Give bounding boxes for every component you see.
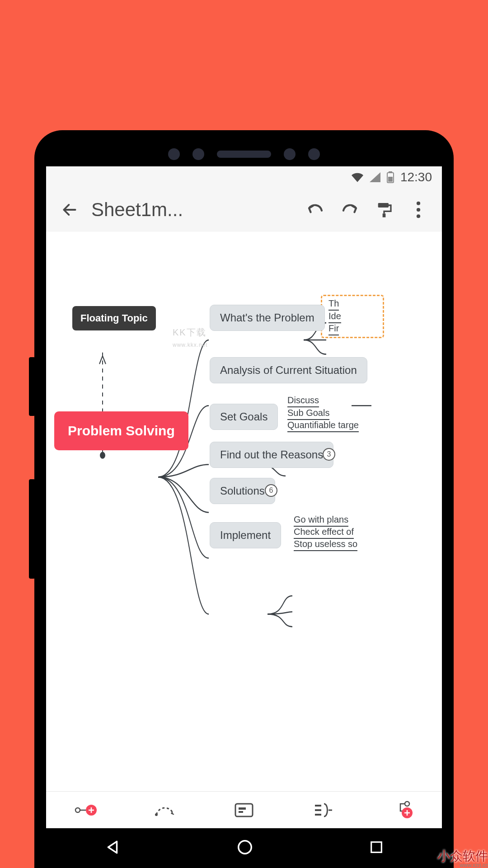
add-summary-button[interactable] [310,797,337,824]
svg-point-5 [417,201,420,205]
back-button[interactable] [57,197,82,222]
cell-signal-icon [370,172,380,182]
root-node[interactable]: Problem Solving [54,411,188,450]
site-watermark: 小众软件 www.xzrj.cc [437,850,488,868]
redo-icon [340,200,359,219]
more-vert-icon [416,201,421,218]
svg-rect-22 [371,842,382,853]
redo-button[interactable] [337,197,362,222]
bottom-toolbar [46,791,442,828]
leaf-node[interactable]: Ide [328,311,341,323]
triangle-back-icon [104,839,121,856]
status-time: 12:30 [400,170,432,184]
leaf-node[interactable]: Fir [328,323,339,335]
phone-side-button [29,479,35,579]
leaf-node[interactable]: Stop useless so [294,539,357,551]
child-count-badge[interactable]: 6 [265,484,277,497]
page-title: Sheet1m... [91,199,294,221]
floating-topic-node[interactable]: Floating Topic [72,306,156,330]
phone-frame: 12:30 Sheet1m... [35,131,453,868]
leaf-node[interactable]: Th [328,298,339,311]
svg-point-9 [75,808,80,812]
undo-button[interactable] [303,197,328,222]
svg-point-21 [239,841,252,854]
site-watermark-text: 小众软件 [437,849,488,863]
branch-node[interactable]: What's the Problem [210,305,325,331]
watermark-text: KK下载 [173,327,206,337]
nav-home-button[interactable] [236,839,253,858]
leaf-node[interactable]: Sub Goals [287,408,329,420]
add-topic-button[interactable] [72,797,99,824]
undo-icon [306,200,325,219]
branch-node[interactable]: Analysis of Current Situation [210,357,367,383]
leaf-node[interactable]: Go with plans [294,514,348,527]
note-icon [234,802,254,818]
add-subtopic-button[interactable] [389,797,416,824]
add-relationship-button[interactable] [151,797,178,824]
style-button[interactable] [371,197,397,222]
svg-rect-2 [388,177,393,182]
phone-sensors [35,147,453,161]
svg-point-7 [417,214,420,218]
svg-rect-13 [235,804,253,816]
svg-rect-3 [378,203,389,208]
leaf-node[interactable]: Check effect of [294,527,354,539]
more-button[interactable] [406,197,431,222]
mindmap-canvas[interactable]: Floating Topic Problem Solving What's th… [46,231,442,791]
android-nav-bar [46,828,442,868]
paint-roller-icon [375,201,393,219]
branch-node[interactable]: Set Goals [210,404,278,430]
arrow-left-icon [61,201,78,218]
svg-point-12 [155,813,158,816]
add-node-icon [74,801,98,819]
summary-icon [313,801,333,819]
watermark: KK下载 www.kkx.net [173,326,208,349]
svg-rect-14 [239,807,246,810]
add-subtopic-icon [391,800,413,820]
child-count-badge[interactable]: 3 [323,448,335,461]
relation-icon [154,801,176,819]
app-bar: Sheet1m... [46,188,442,231]
site-watermark-url: www.xzrj.cc [437,863,488,868]
branch-node[interactable]: Implement [210,522,281,548]
leaf-node[interactable]: Quantifiable targe [287,420,359,432]
nav-recent-button[interactable] [369,840,384,857]
status-bar: 12:30 [46,166,442,188]
add-note-button[interactable] [230,797,258,824]
circle-home-icon [236,839,253,856]
svg-point-19 [405,802,409,806]
svg-rect-4 [383,213,386,217]
battery-icon [387,171,394,183]
branch-node[interactable]: Find out the Reasons [210,442,333,468]
svg-point-8 [100,453,105,458]
leaf-node[interactable]: Discuss [287,395,319,407]
phone-side-button [29,357,35,416]
square-recent-icon [369,840,384,855]
svg-rect-15 [239,811,243,813]
svg-point-6 [417,208,420,211]
nav-back-button[interactable] [104,839,121,858]
watermark-url: www.kkx.net [173,342,208,348]
wifi-icon [352,172,363,182]
app-screen: 12:30 Sheet1m... [46,166,442,868]
